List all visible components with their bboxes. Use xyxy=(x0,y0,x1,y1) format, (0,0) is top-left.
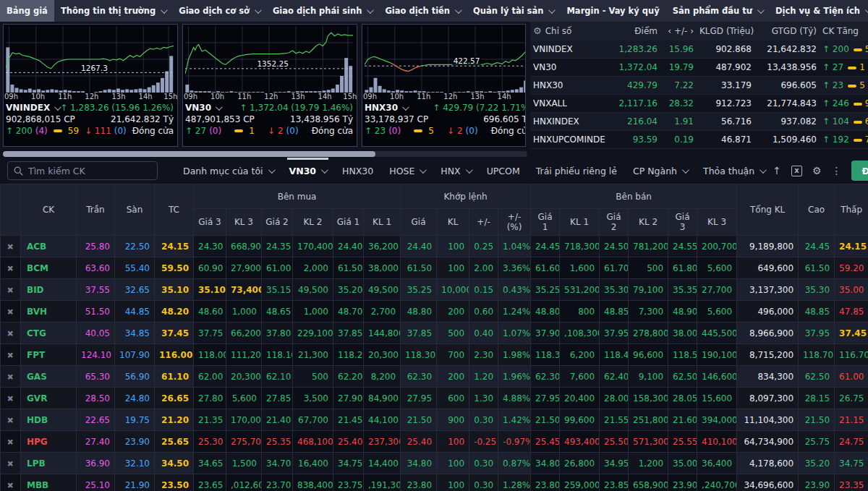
cell-symbol[interactable]: LPB xyxy=(21,453,77,474)
pin-cell[interactable]: ✚ xyxy=(1,388,21,409)
index-summary-line1: HNX30↑ 429.79 (7.22 1.71%) xyxy=(365,102,526,114)
tab-hnx[interactable]: HNX xyxy=(433,158,478,184)
stock-row-acb[interactable]: ✚ACB25.8022.5024.1524.30668,90024.35170,… xyxy=(1,236,868,257)
cell-change: 0.15 xyxy=(469,279,498,301)
cell-sell-price-1: 27.95 xyxy=(531,388,560,409)
nav-item-7[interactable]: Sản phẩm đầu tư xyxy=(666,0,769,22)
stock-row-bid[interactable]: ✚BID37.5532.6535.1035.1073,40035.1549,50… xyxy=(1,279,868,301)
pin-icon[interactable]: ✚ xyxy=(5,262,17,274)
tab-th-a-thu-n[interactable]: Thỏa thuận xyxy=(695,158,773,184)
cell-symbol[interactable]: HPG xyxy=(21,431,77,453)
pin-cell[interactable]: ✚ xyxy=(1,236,21,257)
pin-cell[interactable]: ✚ xyxy=(1,474,21,491)
pin-icon[interactable]: ✚ xyxy=(5,414,17,426)
tab-hose[interactable]: HOSE xyxy=(381,158,433,184)
stock-row-ctg[interactable]: ✚CTG40.0534.8537.4537.7566,20037.80229,1… xyxy=(1,323,868,344)
pin-cell[interactable]: ✚ xyxy=(1,323,21,344)
index-row-hnx30[interactable]: HNX30429.797.2233.179696.605↑ 235↓ xyxy=(530,77,868,95)
pin-cell[interactable]: ✚ xyxy=(1,453,21,474)
pin-cell[interactable]: ✚ xyxy=(1,431,21,453)
pin-icon[interactable]: ✚ xyxy=(5,436,17,448)
pin-icon[interactable]: ✚ xyxy=(5,393,17,404)
cell-symbol[interactable]: MBB xyxy=(21,474,77,491)
cell-symbol[interactable]: BVH xyxy=(21,301,77,323)
index-row-vnxall[interactable]: VNXALL2,117.1628.32912.72321,774.843↑ 24… xyxy=(530,95,868,113)
cell-symbol[interactable]: ACB xyxy=(21,236,77,257)
tab-vn30[interactable]: VN30 xyxy=(281,158,335,184)
stock-row-gas[interactable]: ✚GAS65.3056.9061.1062.0020,30062.1050062… xyxy=(1,366,868,388)
index-row-vn30[interactable]: VN301,372.0419.79487.90213,438.956↑ 271↓ xyxy=(530,59,868,77)
excel-export-icon[interactable]: x xyxy=(791,166,802,176)
cell-reference: 21.20 xyxy=(155,409,194,431)
tab-upcom[interactable]: UPCOM xyxy=(479,158,528,184)
pin-cell[interactable]: ✚ xyxy=(1,409,21,431)
stock-row-hdb[interactable]: ✚HDB22.6519.7521.2021.35170,00021.4067,7… xyxy=(1,409,868,431)
tab-danh-m-c-c-a-t-i[interactable]: Danh mục của tôi xyxy=(175,158,281,184)
tab-hnx30[interactable]: HNX30 xyxy=(334,158,381,184)
nav-item-0[interactable]: Bảng giá xyxy=(0,0,54,22)
stock-row-hpg[interactable]: ✚HPG27.4023.9025.6525.30275,70025.35468,… xyxy=(1,431,868,453)
pin-cell[interactable]: ✚ xyxy=(1,301,21,323)
nav-item-4[interactable]: Giao dịch tiền xyxy=(378,0,467,22)
nav-item-8[interactable]: Dịch vụ & Tiện ích xyxy=(769,0,868,22)
gear-icon[interactable]: ⚙ xyxy=(533,25,542,36)
tab-cp-ng-nh[interactable]: CP Ngành xyxy=(625,158,695,184)
pin-cell[interactable]: ✚ xyxy=(1,279,21,301)
col-total-volume: Tổng KL xyxy=(737,184,799,236)
cell-symbol[interactable]: CTG xyxy=(21,323,77,344)
cell-ceiling: 25.10 xyxy=(77,474,115,491)
pin-cell[interactable]: ✚ xyxy=(1,344,21,366)
arrow-up-icon[interactable]: ↑ xyxy=(773,166,781,176)
cell-symbol[interactable]: BID xyxy=(21,279,77,301)
index-row-hnxindex[interactable]: HNXINDEX216.041.9156.716937.082↑ 10469↓ xyxy=(530,113,868,131)
pin-icon[interactable]: ✚ xyxy=(5,371,17,383)
stock-row-mbb[interactable]: ✚MBB25.1021.9023.5023.65,012,60023.70838… xyxy=(1,474,868,491)
cell-symbol[interactable]: HDB xyxy=(21,409,77,431)
nav-item-1[interactable]: Thông tin thị trường xyxy=(54,0,172,22)
cell-symbol[interactable]: BCM xyxy=(21,257,77,279)
index-name[interactable]: VN30 xyxy=(185,103,221,113)
col-change[interactable]: ‹ +/- › xyxy=(660,26,697,36)
cell-symbol[interactable]: FPT xyxy=(21,344,77,366)
pin-cell[interactable]: ✚ xyxy=(1,257,21,279)
stock-row-lpb[interactable]: ✚LPB36.9032.1034.5034.651,50034.7016,400… xyxy=(1,453,868,474)
pin-icon[interactable]: ✚ xyxy=(5,479,17,491)
scrollbar-thumb[interactable] xyxy=(3,151,375,157)
index-row-hnxupcomindex[interactable]: HNXUPCOMINDEX93.590.1946.8711,509.460↑ 1… xyxy=(530,131,868,149)
chart-panel-vn30: 1352.2509h10h11h12h13h14h15hVN30↑ 1,372.… xyxy=(182,24,357,147)
nav-item-3[interactable]: Giao dịch phái sinh xyxy=(266,0,379,22)
index-name-label: VN30 xyxy=(185,103,211,113)
gear-icon[interactable]: ⚙ xyxy=(812,166,822,176)
pin-icon[interactable]: ✚ xyxy=(5,284,17,296)
nav-item-5[interactable]: Quản lý tài sản xyxy=(467,0,560,22)
cell-symbol[interactable]: GAS xyxy=(21,366,77,388)
stock-row-bvh[interactable]: ✚BVH51.5044.8548.2048.601,00048.651,0004… xyxy=(1,301,868,323)
cell-buy-vol-3: 1,500 xyxy=(226,453,262,474)
table-header-groups: CKTrầnSànTCBên muaKhớp lệnhBên bánTổng K… xyxy=(1,184,868,209)
stock-row-fpt[interactable]: ✚FPT124.10107.90116.00118.00111,200118.1… xyxy=(1,344,868,366)
kebab-menu-icon[interactable]: ⋮ xyxy=(831,166,841,176)
index-name[interactable]: VNINDEX xyxy=(6,103,59,113)
index-points: 1,372.04 xyxy=(605,62,660,72)
search-box[interactable] xyxy=(7,161,158,180)
stock-row-gvr[interactable]: ✚GVR28.5024.8026.6527.805,60027.853,5002… xyxy=(1,388,868,409)
cell-high: 35.30 xyxy=(799,279,835,301)
pin-icon[interactable]: ✚ xyxy=(5,328,17,339)
tab-tr-i-phi-u-ri-ng-l-[interactable]: Trái phiếu riêng lẻ xyxy=(528,158,625,184)
pin-cell[interactable]: ✚ xyxy=(1,366,21,388)
index-row-vnindex[interactable]: VNINDEX1,283.2615.96902.86821,642.832↑ 2… xyxy=(530,40,868,59)
cell-symbol[interactable]: GVR xyxy=(21,388,77,409)
scrollbar-track[interactable] xyxy=(3,151,527,157)
place-order-button[interactable]: Đặt lệnh xyxy=(851,161,868,181)
stock-row-bcm[interactable]: ✚BCM63.6055.4059.5060.9027,90061.002,000… xyxy=(1,257,868,279)
pin-icon[interactable]: ✚ xyxy=(5,458,17,469)
index-name[interactable]: HNX30 xyxy=(365,103,407,113)
cell-low: 47.85 xyxy=(835,301,868,323)
pin-icon[interactable]: ✚ xyxy=(5,349,17,361)
pin-icon[interactable]: ✚ xyxy=(5,306,17,317)
search-input[interactable] xyxy=(28,166,151,176)
pin-icon[interactable]: ✚ xyxy=(5,241,17,252)
nav-item-6[interactable]: Margin - Vay ký quỹ xyxy=(560,0,665,22)
nav-item-2[interactable]: Giao dịch cơ sở xyxy=(172,0,266,22)
cell-change-pct: 1.04% xyxy=(498,236,531,257)
